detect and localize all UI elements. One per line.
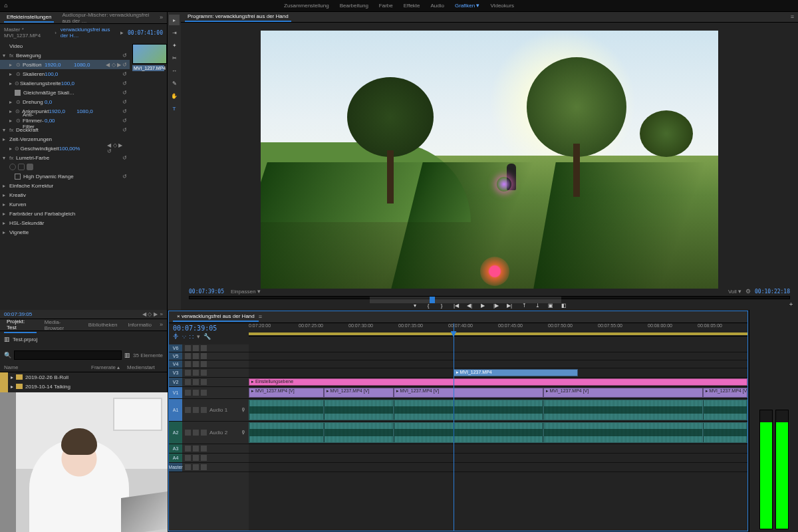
lock-toggle[interactable]: [193, 430, 199, 436]
col-framerate[interactable]: Framerate ▴: [91, 364, 127, 370]
mute-toggle[interactable]: [185, 345, 191, 351]
effect-row[interactable]: ▸Einfache Korrektur: [0, 181, 130, 190]
effect-row[interactable]: High Dynamic Range↺: [0, 172, 130, 181]
workspace-graphics[interactable]: Grafiken ▾: [455, 3, 479, 9]
lock-toggle[interactable]: [193, 345, 199, 351]
mute-toggle[interactable]: [185, 353, 191, 359]
breadcrumb-clip[interactable]: verwacklungsfrei aus der H…: [61, 27, 116, 39]
col-name[interactable]: Name: [4, 364, 91, 370]
slip-tool-icon[interactable]: ↔: [169, 65, 180, 76]
playhead[interactable]: [454, 344, 454, 531]
sync-toggle[interactable]: [201, 379, 207, 385]
selection-tool-icon[interactable]: ▸: [169, 15, 180, 25]
track-lane[interactable]: [249, 422, 747, 444]
zoom-fit-dropdown[interactable]: Einpassen ▾: [231, 289, 261, 295]
program-viewport[interactable]: [261, 31, 718, 289]
pen-tool-icon[interactable]: ✎: [169, 78, 180, 88]
effect-row[interactable]: ▾fxLumetri-Farbe↺: [0, 153, 130, 162]
linked-selection-icon[interactable]: ⸪: [182, 333, 186, 340]
workspace-custom[interactable]: Videokurs: [490, 3, 513, 9]
bin-row[interactable]: ▸2019-10-14 Talking: [8, 382, 167, 391]
track-header[interactable]: V3: [169, 368, 249, 378]
tab-project[interactable]: Projekt: Test: [4, 317, 37, 333]
clip[interactable]: [394, 422, 543, 443]
track-header[interactable]: V4: [169, 360, 249, 368]
track-header[interactable]: A2Audio 2🎙: [169, 422, 249, 444]
clip[interactable]: [543, 400, 703, 420]
effect-row[interactable]: ▸Farbräder und Farbabgleich: [0, 209, 130, 218]
track-lane[interactable]: [249, 344, 747, 352]
workspace-assembly[interactable]: Zusammenstellung: [284, 3, 329, 9]
effect-row[interactable]: ▸⊙Anti-Flimmer-Filter0,00 ↺: [0, 116, 130, 125]
home-icon[interactable]: ⌂: [0, 0, 12, 12]
effect-row[interactable]: [0, 162, 130, 172]
track-header[interactable]: A1Audio 1🎙: [169, 399, 249, 422]
effect-row[interactable]: ▸HSL-Sekundär: [0, 218, 130, 227]
mute-toggle[interactable]: [185, 407, 191, 413]
panel-menu-icon[interactable]: ≡: [791, 14, 794, 20]
time-ruler[interactable]: 0:07:20:0000:07:25:0000:07:30:0000:07:35…: [249, 323, 747, 344]
clip[interactable]: ▸ MVI_1237.MP4: [454, 369, 579, 376]
track-lane[interactable]: [249, 399, 747, 422]
track-lane[interactable]: [249, 360, 747, 368]
clip[interactable]: ▸ MVI_1237.MP4 [V]: [703, 388, 748, 398]
lock-toggle[interactable]: [193, 379, 199, 385]
clip[interactable]: [703, 400, 748, 420]
marker-icon[interactable]: ⸬: [190, 333, 194, 340]
effect-row[interactable]: ▸⊙Ankerpunkt1920,01080,0 ↺: [0, 106, 130, 116]
tab-effect-controls[interactable]: Effekteinstellungen: [4, 13, 54, 23]
bin-filter-icon[interactable]: ▥: [124, 352, 130, 358]
effect-row[interactable]: ▸Vignette: [0, 227, 130, 237]
clip[interactable]: [324, 400, 394, 420]
track-lane[interactable]: ▸ MVI_1237.MP4: [249, 368, 747, 378]
track-lane[interactable]: [249, 454, 747, 463]
workspace-effects[interactable]: Effekte: [404, 3, 420, 9]
tab-audio-track-mixer[interactable]: Audiospur-Mischer: verwacklungsfrei aus …: [59, 11, 154, 25]
wrench-icon[interactable]: 🔧: [203, 333, 211, 340]
keyframe-nav-icon[interactable]: ◀ ◇ ▶: [142, 311, 157, 317]
project-search-input[interactable]: [14, 350, 122, 360]
lock-toggle[interactable]: [193, 361, 199, 367]
effect-row[interactable]: ▸Kreativ: [0, 190, 130, 200]
effect-row[interactable]: ▸⊙Drehung0,0 ↺: [0, 97, 130, 106]
sync-toggle[interactable]: [201, 390, 207, 396]
hand-tool-icon[interactable]: ✋: [169, 90, 180, 101]
type-tool-icon[interactable]: T: [169, 103, 180, 114]
effect-row[interactable]: Gleichmäßige Skali…↺: [0, 88, 130, 97]
timeline-timecode[interactable]: 00:07:39:05: [173, 325, 245, 332]
clip[interactable]: [324, 422, 394, 443]
sync-toggle[interactable]: [201, 464, 207, 470]
program-scrubber[interactable]: [189, 296, 790, 299]
lock-toggle[interactable]: [193, 407, 199, 413]
effect-row[interactable]: ▾fxDeckkraft↺: [0, 125, 130, 134]
search-icon[interactable]: 🔍: [4, 352, 11, 358]
workspace-audio[interactable]: Audio: [431, 3, 444, 9]
lock-toggle[interactable]: [193, 446, 199, 452]
bin-row[interactable]: ▸2019-02-26 B-Roll: [8, 372, 167, 382]
panel-menu-icon[interactable]: »: [160, 15, 163, 21]
mute-toggle[interactable]: [185, 455, 191, 461]
track-header[interactable]: V2: [169, 378, 249, 387]
effect-row[interactable]: ▸⊙Skalierungsbreite100,0 ↺: [0, 78, 130, 88]
mute-toggle[interactable]: [185, 361, 191, 367]
lock-toggle[interactable]: [193, 370, 199, 376]
track-lane[interactable]: [249, 463, 747, 472]
workspace-color[interactable]: Farbe: [379, 3, 393, 9]
clip[interactable]: ▸ MVI_1237.MP4 [V]: [324, 388, 394, 398]
sync-toggle[interactable]: [201, 407, 207, 413]
track-header[interactable]: V5: [169, 352, 249, 360]
clip-thumbnail[interactable]: [132, 44, 167, 64]
effect-row[interactable]: ▸⊙Position1920,01080,0◀ ◇ ▶ ↺: [0, 60, 130, 69]
sync-toggle[interactable]: [201, 455, 207, 461]
track-lane[interactable]: ▸ MVI_1237.MP4 [V]▸ MVI_1237.MP4 [V]▸ MV…: [249, 387, 747, 399]
clip[interactable]: ▸ MVI_1237.MP4 [V]: [249, 388, 324, 398]
effect-row[interactable]: ▸⊙Skalieren100,0 ↺: [0, 69, 130, 78]
snap-icon[interactable]: ⸎: [173, 333, 179, 340]
track-header[interactable]: A4: [169, 454, 249, 463]
col-mediastart[interactable]: Medienstart: [127, 364, 163, 370]
effect-row[interactable]: ▸⊙Geschwindigkeit100,00%◀ ◇ ▶ ↺: [0, 144, 130, 153]
effect-row[interactable]: ▸Kurven: [0, 200, 130, 209]
lock-toggle[interactable]: [193, 390, 199, 396]
sync-toggle[interactable]: [201, 370, 207, 376]
button-editor-icon[interactable]: ＋: [788, 301, 794, 307]
